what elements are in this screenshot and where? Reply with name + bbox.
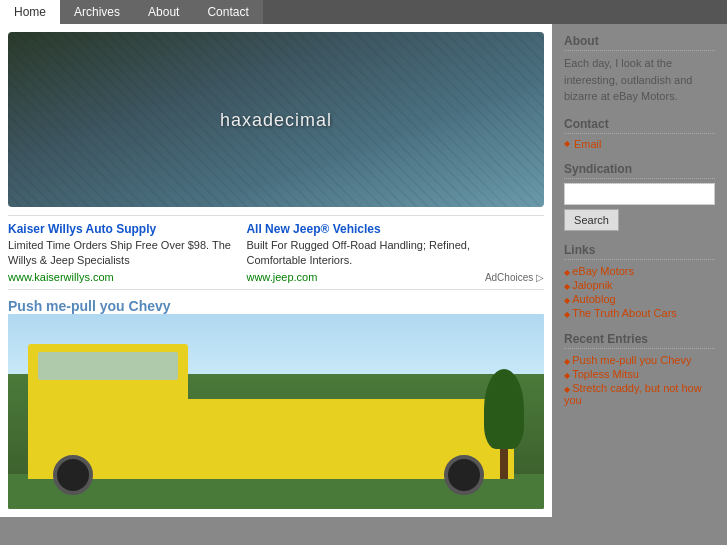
link-jalopnik[interactable]: Jalopnik bbox=[564, 278, 715, 292]
sidebar-recent-heading: Recent Entries bbox=[564, 332, 715, 349]
nav-contact[interactable]: Contact bbox=[193, 0, 262, 24]
recent-entry-2[interactable]: Stretch caddy, but not how you bbox=[564, 381, 715, 407]
tree-top bbox=[484, 369, 524, 449]
sidebar-about: About Each day, I look at the interestin… bbox=[564, 34, 715, 105]
truck-cab bbox=[28, 344, 188, 399]
truck-body bbox=[28, 399, 514, 479]
sidebar-syndication: Syndication Search bbox=[564, 162, 715, 231]
nav-home[interactable]: Home bbox=[0, 0, 60, 24]
post-title[interactable]: Push me-pull you Chevy bbox=[8, 298, 171, 314]
truck-wheel-left bbox=[53, 455, 93, 495]
sidebar-recent: Recent Entries Push me-pull you Chevy To… bbox=[564, 332, 715, 407]
nav-about[interactable]: About bbox=[134, 0, 193, 24]
advertisement-block: Kaiser Willys Auto Supply Limited Time O… bbox=[8, 215, 544, 290]
ad-choices: AdChoices ▷ bbox=[485, 272, 544, 283]
ad-right-title[interactable]: All New Jeep® Vehicles bbox=[246, 222, 380, 236]
truck-wheel-right bbox=[444, 455, 484, 495]
link-autoblog[interactable]: Autoblog bbox=[564, 292, 715, 306]
recent-entry-0[interactable]: Push me-pull you Chevy bbox=[564, 353, 715, 367]
sidebar-syndication-heading: Syndication bbox=[564, 162, 715, 179]
link-ebay-motors[interactable]: eBay Motors bbox=[564, 264, 715, 278]
contact-email-link[interactable]: Email bbox=[564, 138, 715, 150]
sidebar-contact-heading: Contact bbox=[564, 117, 715, 134]
hero-image: haxadecimal bbox=[8, 32, 544, 207]
search-box: Search bbox=[564, 183, 715, 231]
ad-left-title[interactable]: Kaiser Willys Auto Supply bbox=[8, 222, 156, 236]
tree bbox=[484, 419, 524, 479]
hero-title: haxadecimal bbox=[220, 109, 332, 130]
truck-window bbox=[38, 352, 178, 380]
recent-entry-1[interactable]: Topless Mitsu bbox=[564, 367, 715, 381]
page-wrapper: haxadecimal Kaiser Willys Auto Supply Li… bbox=[0, 24, 727, 517]
link-truth-about-cars[interactable]: The Truth About Cars bbox=[564, 306, 715, 320]
sidebar: About Each day, I look at the interestin… bbox=[552, 24, 727, 517]
sidebar-links-heading: Links bbox=[564, 243, 715, 260]
ad-right-desc: Built For Rugged Off-Road Handling; Refi… bbox=[246, 238, 474, 269]
sidebar-about-text: Each day, I look at the interesting, out… bbox=[564, 55, 715, 105]
main-content: haxadecimal Kaiser Willys Auto Supply Li… bbox=[0, 24, 552, 517]
post-image bbox=[8, 314, 544, 509]
navigation: Home Archives About Contact bbox=[0, 0, 727, 24]
ad-left-url: www.kaiserwillys.com bbox=[8, 271, 114, 283]
sidebar-contact: Contact Email bbox=[564, 117, 715, 150]
ad-left: Kaiser Willys Auto Supply Limited Time O… bbox=[8, 222, 236, 283]
nav-archives[interactable]: Archives bbox=[60, 0, 134, 24]
ad-left-desc: Limited Time Orders Ship Free Over $98. … bbox=[8, 238, 236, 269]
sidebar-about-heading: About bbox=[564, 34, 715, 51]
sidebar-links: Links eBay Motors Jalopnik Autoblog The … bbox=[564, 243, 715, 320]
search-button[interactable]: Search bbox=[564, 209, 619, 231]
search-input[interactable] bbox=[564, 183, 715, 205]
ad-right: All New Jeep® Vehicles Built For Rugged … bbox=[246, 222, 474, 283]
ad-right-url: www.jeep.com bbox=[246, 271, 317, 283]
